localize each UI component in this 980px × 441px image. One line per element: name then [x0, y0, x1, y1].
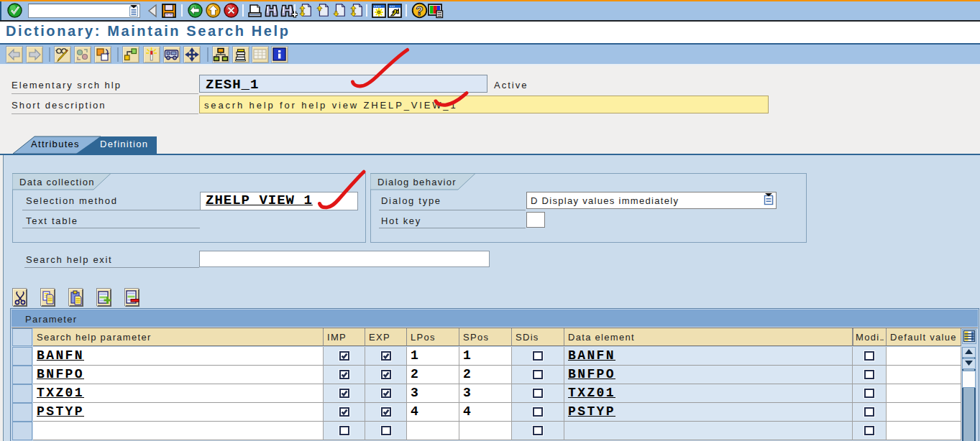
svg-text:?: ?: [416, 4, 423, 18]
